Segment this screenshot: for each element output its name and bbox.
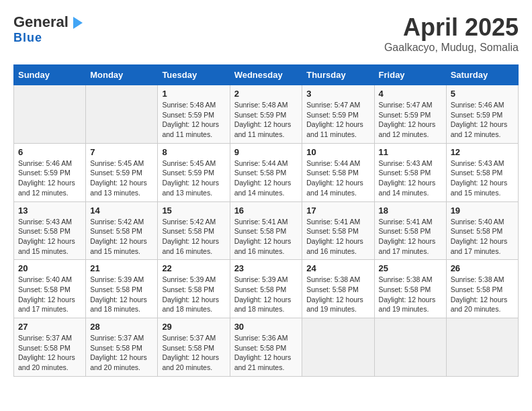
calendar-cell: 4Sunrise: 5:47 AM Sunset: 5:59 PM Daylig… [374, 85, 446, 144]
day-info: Sunrise: 5:47 AM Sunset: 5:59 PM Dayligh… [306, 100, 369, 140]
calendar-cell: 6Sunrise: 5:46 AM Sunset: 5:59 PM Daylig… [14, 143, 86, 201]
day-number: 23 [234, 263, 298, 273]
calendar-week-row: 13Sunrise: 5:43 AM Sunset: 5:58 PM Dayli… [14, 201, 519, 260]
day-info: Sunrise: 5:46 AM Sunset: 5:59 PM Dayligh… [451, 100, 514, 140]
day-info: Sunrise: 5:41 AM Sunset: 5:58 PM Dayligh… [234, 217, 298, 257]
day-number: 1 [162, 89, 225, 99]
day-number: 8 [162, 147, 225, 157]
calendar-cell: 13Sunrise: 5:43 AM Sunset: 5:58 PM Dayli… [14, 201, 86, 260]
day-info: Sunrise: 5:44 AM Sunset: 5:58 PM Dayligh… [234, 158, 298, 198]
day-number: 17 [306, 205, 369, 216]
calendar-cell: 26Sunrise: 5:38 AM Sunset: 5:58 PM Dayli… [446, 260, 518, 318]
day-number: 15 [162, 205, 225, 216]
day-number: 22 [162, 263, 225, 273]
calendar-cell: 2Sunrise: 5:48 AM Sunset: 5:59 PM Daylig… [230, 85, 302, 144]
calendar-cell [86, 85, 158, 144]
day-number: 2 [234, 89, 298, 99]
day-info: Sunrise: 5:47 AM Sunset: 5:59 PM Dayligh… [379, 100, 442, 140]
day-number: 6 [18, 147, 81, 157]
logo-arrow-icon [73, 17, 83, 29]
calendar-cell: 5Sunrise: 5:46 AM Sunset: 5:59 PM Daylig… [446, 85, 518, 144]
calendar-cell [302, 318, 374, 377]
calendar-cell: 25Sunrise: 5:38 AM Sunset: 5:58 PM Dayli… [374, 260, 446, 318]
day-info: Sunrise: 5:41 AM Sunset: 5:58 PM Dayligh… [306, 217, 369, 257]
day-info: Sunrise: 5:37 AM Sunset: 5:58 PM Dayligh… [18, 333, 81, 373]
calendar-cell: 11Sunrise: 5:43 AM Sunset: 5:58 PM Dayli… [374, 143, 446, 201]
calendar-cell: 28Sunrise: 5:37 AM Sunset: 5:58 PM Dayli… [86, 318, 158, 377]
calendar-week-row: 6Sunrise: 5:46 AM Sunset: 5:59 PM Daylig… [14, 143, 519, 201]
day-number: 13 [18, 205, 81, 216]
day-number: 5 [451, 89, 514, 99]
logo-blue-text: Blue [13, 31, 42, 45]
calendar-cell: 12Sunrise: 5:43 AM Sunset: 5:58 PM Dayli… [446, 143, 518, 201]
day-header-monday: Monday [86, 65, 158, 85]
calendar-cell: 18Sunrise: 5:41 AM Sunset: 5:58 PM Dayli… [374, 201, 446, 260]
day-number: 12 [451, 147, 514, 157]
calendar-week-row: 20Sunrise: 5:40 AM Sunset: 5:58 PM Dayli… [14, 260, 519, 318]
calendar-week-row: 27Sunrise: 5:37 AM Sunset: 5:58 PM Dayli… [14, 318, 519, 377]
day-info: Sunrise: 5:36 AM Sunset: 5:58 PM Dayligh… [234, 333, 298, 373]
day-info: Sunrise: 5:39 AM Sunset: 5:58 PM Dayligh… [234, 275, 298, 314]
calendar-cell: 19Sunrise: 5:40 AM Sunset: 5:58 PM Dayli… [446, 201, 518, 260]
calendar-cell: 16Sunrise: 5:41 AM Sunset: 5:58 PM Dayli… [230, 201, 302, 260]
day-number: 20 [18, 263, 81, 273]
day-number: 27 [18, 322, 81, 332]
day-header-tuesday: Tuesday [158, 65, 230, 85]
day-number: 10 [306, 147, 369, 157]
day-header-saturday: Saturday [446, 65, 518, 85]
day-number: 29 [162, 322, 225, 332]
calendar-cell: 15Sunrise: 5:42 AM Sunset: 5:58 PM Dayli… [158, 201, 230, 260]
day-info: Sunrise: 5:37 AM Sunset: 5:58 PM Dayligh… [162, 333, 225, 373]
day-header-thursday: Thursday [302, 65, 374, 85]
day-number: 24 [306, 263, 369, 273]
day-info: Sunrise: 5:39 AM Sunset: 5:58 PM Dayligh… [162, 275, 225, 314]
day-info: Sunrise: 5:40 AM Sunset: 5:58 PM Dayligh… [18, 275, 81, 314]
calendar-cell: 22Sunrise: 5:39 AM Sunset: 5:58 PM Dayli… [158, 260, 230, 318]
calendar-cell: 20Sunrise: 5:40 AM Sunset: 5:58 PM Dayli… [14, 260, 86, 318]
day-info: Sunrise: 5:39 AM Sunset: 5:58 PM Dayligh… [90, 275, 153, 314]
day-info: Sunrise: 5:48 AM Sunset: 5:59 PM Dayligh… [162, 100, 225, 140]
day-number: 14 [90, 205, 153, 216]
day-info: Sunrise: 5:44 AM Sunset: 5:58 PM Dayligh… [306, 158, 369, 198]
day-info: Sunrise: 5:40 AM Sunset: 5:58 PM Dayligh… [451, 217, 514, 257]
calendar-cell: 8Sunrise: 5:45 AM Sunset: 5:59 PM Daylig… [158, 143, 230, 201]
day-info: Sunrise: 5:38 AM Sunset: 5:58 PM Dayligh… [451, 275, 514, 314]
calendar-cell: 7Sunrise: 5:45 AM Sunset: 5:59 PM Daylig… [86, 143, 158, 201]
day-info: Sunrise: 5:45 AM Sunset: 5:59 PM Dayligh… [90, 158, 153, 198]
logo-general-text: General [13, 13, 69, 31]
calendar-cell: 30Sunrise: 5:36 AM Sunset: 5:58 PM Dayli… [230, 318, 302, 377]
day-number: 18 [379, 205, 442, 216]
day-number: 26 [451, 263, 514, 273]
calendar-cell: 24Sunrise: 5:38 AM Sunset: 5:58 PM Dayli… [302, 260, 374, 318]
calendar-cell: 14Sunrise: 5:42 AM Sunset: 5:58 PM Dayli… [86, 201, 158, 260]
calendar-title: April 2025 [384, 13, 519, 42]
day-number: 30 [234, 322, 298, 332]
day-number: 19 [451, 205, 514, 216]
day-info: Sunrise: 5:37 AM Sunset: 5:58 PM Dayligh… [90, 333, 153, 373]
calendar-week-row: 1Sunrise: 5:48 AM Sunset: 5:59 PM Daylig… [14, 85, 519, 144]
calendar-subtitle: Gaalkacyo, Mudug, Somalia [384, 42, 519, 54]
calendar-cell [446, 318, 518, 377]
day-number: 25 [379, 263, 442, 273]
calendar-cell: 27Sunrise: 5:37 AM Sunset: 5:58 PM Dayli… [14, 318, 86, 377]
calendar-cell: 1Sunrise: 5:48 AM Sunset: 5:59 PM Daylig… [158, 85, 230, 144]
calendar-cell: 3Sunrise: 5:47 AM Sunset: 5:59 PM Daylig… [302, 85, 374, 144]
day-number: 7 [90, 147, 153, 157]
day-number: 16 [234, 205, 298, 216]
page-header: General Blue April 2025 Gaalkacyo, Mudug… [13, 13, 519, 54]
calendar-cell: 9Sunrise: 5:44 AM Sunset: 5:58 PM Daylig… [230, 143, 302, 201]
logo: General Blue [13, 13, 83, 45]
day-number: 21 [90, 263, 153, 273]
calendar-cell: 21Sunrise: 5:39 AM Sunset: 5:58 PM Dayli… [86, 260, 158, 318]
day-info: Sunrise: 5:41 AM Sunset: 5:58 PM Dayligh… [379, 217, 442, 257]
day-number: 11 [379, 147, 442, 157]
day-header-friday: Friday [374, 65, 446, 85]
day-number: 28 [90, 322, 153, 332]
day-info: Sunrise: 5:38 AM Sunset: 5:58 PM Dayligh… [306, 275, 369, 314]
day-number: 4 [379, 89, 442, 99]
day-header-sunday: Sunday [14, 65, 86, 85]
calendar-cell [14, 85, 86, 144]
calendar-cell [374, 318, 446, 377]
day-info: Sunrise: 5:43 AM Sunset: 5:58 PM Dayligh… [18, 217, 81, 257]
calendar-cell: 17Sunrise: 5:41 AM Sunset: 5:58 PM Dayli… [302, 201, 374, 260]
